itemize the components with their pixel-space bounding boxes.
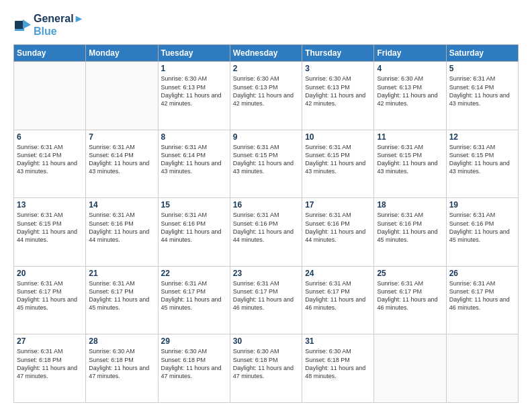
day-number: 11 xyxy=(377,132,443,142)
day-number: 19 xyxy=(449,200,515,210)
calendar-cell: 10Sunrise: 6:31 AM Sunset: 6:15 PM Dayli… xyxy=(302,130,374,198)
day-number: 14 xyxy=(89,200,154,210)
day-info: Sunrise: 6:31 AM Sunset: 6:16 PM Dayligh… xyxy=(89,211,154,244)
day-info: Sunrise: 6:31 AM Sunset: 6:17 PM Dayligh… xyxy=(305,279,371,312)
weekday-header-wednesday: Wednesday xyxy=(230,45,302,62)
day-number: 24 xyxy=(305,269,371,278)
calendar-cell xyxy=(14,62,86,130)
day-number: 1 xyxy=(161,64,227,73)
day-info: Sunrise: 6:30 AM Sunset: 6:18 PM Dayligh… xyxy=(89,347,154,380)
day-number: 2 xyxy=(233,64,299,73)
day-number: 13 xyxy=(17,200,83,210)
day-info: Sunrise: 6:31 AM Sunset: 6:15 PM Dayligh… xyxy=(305,143,371,176)
calendar-cell: 16Sunrise: 6:31 AM Sunset: 6:16 PM Dayli… xyxy=(230,198,302,267)
day-number: 10 xyxy=(305,132,371,142)
calendar-cell: 7Sunrise: 6:31 AM Sunset: 6:14 PM Daylig… xyxy=(86,130,158,198)
calendar-cell: 31Sunrise: 6:30 AM Sunset: 6:18 PM Dayli… xyxy=(302,334,374,403)
day-number: 26 xyxy=(449,269,515,278)
day-number: 21 xyxy=(89,269,154,278)
weekday-header-sunday: Sunday xyxy=(14,45,86,62)
weekday-header-tuesday: Tuesday xyxy=(158,45,230,62)
day-info: Sunrise: 6:31 AM Sunset: 6:16 PM Dayligh… xyxy=(449,211,515,244)
calendar-cell: 20Sunrise: 6:31 AM Sunset: 6:17 PM Dayli… xyxy=(14,266,86,334)
day-info: Sunrise: 6:31 AM Sunset: 6:17 PM Dayligh… xyxy=(233,279,299,312)
day-info: Sunrise: 6:31 AM Sunset: 6:16 PM Dayligh… xyxy=(305,211,371,244)
calendar-cell xyxy=(374,334,446,403)
day-number: 31 xyxy=(305,336,371,346)
calendar-cell: 8Sunrise: 6:31 AM Sunset: 6:14 PM Daylig… xyxy=(158,130,230,198)
day-number: 18 xyxy=(377,200,443,210)
calendar-cell: 18Sunrise: 6:31 AM Sunset: 6:16 PM Dayli… xyxy=(374,198,446,267)
day-info: Sunrise: 6:30 AM Sunset: 6:18 PM Dayligh… xyxy=(233,347,299,380)
day-number: 6 xyxy=(17,132,83,142)
day-number: 7 xyxy=(89,132,154,142)
calendar-table: SundayMondayTuesdayWednesdayThursdayFrid… xyxy=(13,44,519,403)
day-info: Sunrise: 6:31 AM Sunset: 6:16 PM Dayligh… xyxy=(377,211,443,244)
calendar-cell: 19Sunrise: 6:31 AM Sunset: 6:16 PM Dayli… xyxy=(446,198,518,267)
day-info: Sunrise: 6:30 AM Sunset: 6:13 PM Dayligh… xyxy=(377,75,443,107)
day-number: 12 xyxy=(449,132,515,142)
calendar-cell: 6Sunrise: 6:31 AM Sunset: 6:14 PM Daylig… xyxy=(14,130,86,198)
day-info: Sunrise: 6:31 AM Sunset: 6:17 PM Dayligh… xyxy=(161,279,227,312)
day-info: Sunrise: 6:31 AM Sunset: 6:16 PM Dayligh… xyxy=(161,211,227,244)
day-info: Sunrise: 6:30 AM Sunset: 6:18 PM Dayligh… xyxy=(161,347,227,380)
day-info: Sunrise: 6:31 AM Sunset: 6:15 PM Dayligh… xyxy=(449,143,515,176)
weekday-header-monday: Monday xyxy=(86,45,158,62)
day-info: Sunrise: 6:31 AM Sunset: 6:14 PM Dayligh… xyxy=(449,75,515,107)
day-info: Sunrise: 6:31 AM Sunset: 6:17 PM Dayligh… xyxy=(17,279,83,312)
calendar-cell: 28Sunrise: 6:30 AM Sunset: 6:18 PM Dayli… xyxy=(86,334,158,403)
calendar-cell: 21Sunrise: 6:31 AM Sunset: 6:17 PM Dayli… xyxy=(86,266,158,334)
day-info: Sunrise: 6:30 AM Sunset: 6:13 PM Dayligh… xyxy=(233,75,299,107)
day-number: 9 xyxy=(233,132,299,142)
day-number: 22 xyxy=(161,269,227,278)
calendar-header-row: SundayMondayTuesdayWednesdayThursdayFrid… xyxy=(14,45,519,62)
day-info: Sunrise: 6:31 AM Sunset: 6:14 PM Dayligh… xyxy=(161,143,227,176)
day-number: 4 xyxy=(377,64,443,73)
logo-icon xyxy=(13,15,32,34)
weekday-header-thursday: Thursday xyxy=(302,45,374,62)
calendar-cell: 29Sunrise: 6:30 AM Sunset: 6:18 PM Dayli… xyxy=(158,334,230,403)
day-number: 28 xyxy=(89,336,154,346)
calendar-cell: 23Sunrise: 6:31 AM Sunset: 6:17 PM Dayli… xyxy=(230,266,302,334)
header: General► Blue xyxy=(13,12,519,38)
calendar-cell: 3Sunrise: 6:30 AM Sunset: 6:13 PM Daylig… xyxy=(302,62,374,130)
logo-text: General► Blue xyxy=(34,12,84,38)
day-info: Sunrise: 6:31 AM Sunset: 6:14 PM Dayligh… xyxy=(17,143,83,176)
day-info: Sunrise: 6:31 AM Sunset: 6:17 PM Dayligh… xyxy=(449,279,515,312)
day-info: Sunrise: 6:30 AM Sunset: 6:13 PM Dayligh… xyxy=(305,75,371,107)
day-info: Sunrise: 6:30 AM Sunset: 6:18 PM Dayligh… xyxy=(305,347,371,380)
day-info: Sunrise: 6:31 AM Sunset: 6:17 PM Dayligh… xyxy=(377,279,443,312)
calendar-cell: 1Sunrise: 6:30 AM Sunset: 6:13 PM Daylig… xyxy=(158,62,230,130)
day-info: Sunrise: 6:31 AM Sunset: 6:14 PM Dayligh… xyxy=(89,143,154,176)
day-info: Sunrise: 6:31 AM Sunset: 6:18 PM Dayligh… xyxy=(17,347,83,380)
day-number: 20 xyxy=(17,269,83,278)
weekday-header-saturday: Saturday xyxy=(446,45,518,62)
day-info: Sunrise: 6:30 AM Sunset: 6:13 PM Dayligh… xyxy=(161,75,227,107)
svg-marker-2 xyxy=(23,19,31,29)
calendar-cell: 25Sunrise: 6:31 AM Sunset: 6:17 PM Dayli… xyxy=(374,266,446,334)
weekday-header-friday: Friday xyxy=(374,45,446,62)
day-number: 23 xyxy=(233,269,299,278)
day-info: Sunrise: 6:31 AM Sunset: 6:15 PM Dayligh… xyxy=(233,143,299,176)
calendar-cell: 17Sunrise: 6:31 AM Sunset: 6:16 PM Dayli… xyxy=(302,198,374,267)
day-number: 8 xyxy=(161,132,227,142)
calendar-cell: 22Sunrise: 6:31 AM Sunset: 6:17 PM Dayli… xyxy=(158,266,230,334)
page: General► Blue SundayMondayTuesdayWednesd… xyxy=(0,0,532,411)
calendar-cell: 26Sunrise: 6:31 AM Sunset: 6:17 PM Dayli… xyxy=(446,266,518,334)
calendar-cell: 12Sunrise: 6:31 AM Sunset: 6:15 PM Dayli… xyxy=(446,130,518,198)
day-number: 3 xyxy=(305,64,371,73)
day-number: 25 xyxy=(377,269,443,278)
svg-rect-3 xyxy=(15,29,24,31)
day-number: 29 xyxy=(161,336,227,346)
week-row-5: 27Sunrise: 6:31 AM Sunset: 6:18 PM Dayli… xyxy=(14,334,519,403)
logo: General► Blue xyxy=(13,12,84,38)
week-row-1: 1Sunrise: 6:30 AM Sunset: 6:13 PM Daylig… xyxy=(14,62,519,130)
calendar-cell: 13Sunrise: 6:31 AM Sunset: 6:15 PM Dayli… xyxy=(14,198,86,267)
week-row-3: 13Sunrise: 6:31 AM Sunset: 6:15 PM Dayli… xyxy=(14,198,519,267)
week-row-4: 20Sunrise: 6:31 AM Sunset: 6:17 PM Dayli… xyxy=(14,266,519,334)
day-info: Sunrise: 6:31 AM Sunset: 6:15 PM Dayligh… xyxy=(377,143,443,176)
day-number: 17 xyxy=(305,200,371,210)
day-info: Sunrise: 6:31 AM Sunset: 6:17 PM Dayligh… xyxy=(89,279,154,312)
day-number: 5 xyxy=(449,64,515,73)
calendar-cell: 2Sunrise: 6:30 AM Sunset: 6:13 PM Daylig… xyxy=(230,62,302,130)
